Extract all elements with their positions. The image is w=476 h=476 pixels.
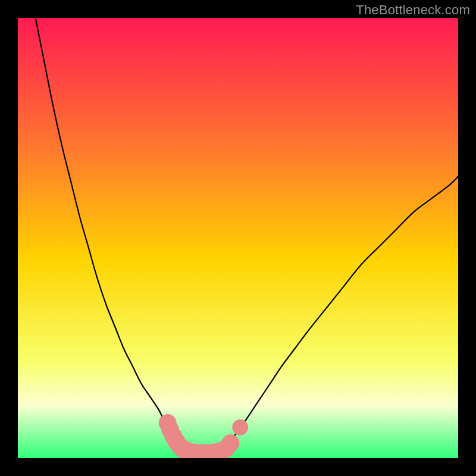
valley-marker bbox=[232, 419, 248, 436]
gradient-background bbox=[18, 18, 458, 458]
chart-canvas bbox=[18, 18, 458, 458]
watermark-text: TheBottleneck.com bbox=[356, 2, 470, 18]
chart-frame: TheBottleneck.com bbox=[0, 0, 476, 476]
plot-area bbox=[18, 18, 458, 458]
valley-marker bbox=[222, 434, 240, 452]
